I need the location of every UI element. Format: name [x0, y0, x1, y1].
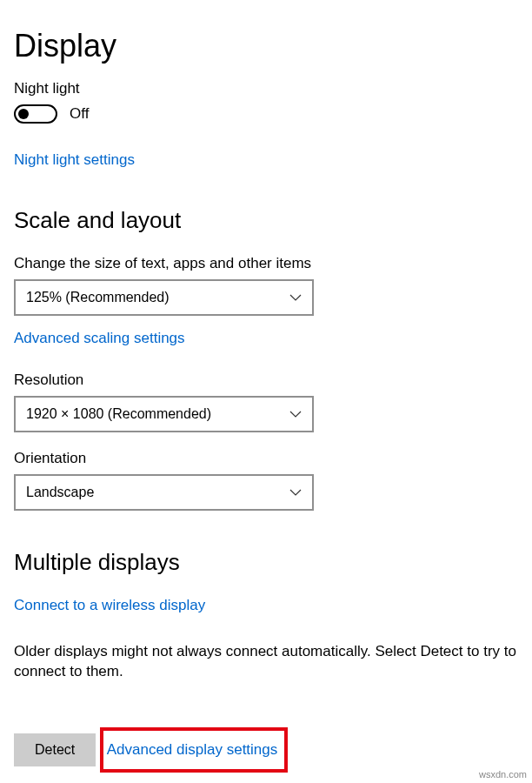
resolution-dropdown-value: 1920 × 1080 (Recommended) [26, 406, 211, 422]
toggle-knob-icon [18, 109, 29, 119]
resolution-dropdown[interactable]: 1920 × 1080 (Recommended) [14, 396, 314, 432]
watermark: wsxdn.com [479, 769, 527, 780]
highlight-box: Advanced display settings [100, 727, 289, 773]
advanced-scaling-link[interactable]: Advanced scaling settings [14, 330, 185, 347]
chevron-down-icon [289, 408, 302, 420]
size-dropdown-value: 125% (Recommended) [26, 290, 170, 305]
orientation-label: Orientation [14, 450, 518, 467]
size-label: Change the size of text, apps and other … [14, 255, 518, 272]
orientation-dropdown-value: Landscape [26, 485, 94, 500]
detect-info-text: Older displays might not always connect … [14, 642, 518, 682]
advanced-display-settings-link[interactable]: Advanced display settings [107, 741, 278, 759]
multiple-displays-title: Multiple displays [14, 549, 518, 576]
chevron-down-icon [289, 486, 302, 499]
scale-layout-title: Scale and layout [14, 207, 518, 234]
chevron-down-icon [289, 291, 302, 304]
resolution-label: Resolution [14, 371, 518, 389]
orientation-dropdown[interactable]: Landscape [14, 474, 314, 511]
night-light-toggle[interactable] [14, 104, 57, 124]
detect-button[interactable]: Detect [14, 733, 96, 766]
night-light-label: Night light [14, 80, 518, 97]
page-title: Display [14, 28, 518, 64]
size-dropdown[interactable]: 125% (Recommended) [14, 279, 314, 316]
wireless-display-link[interactable]: Connect to a wireless display [14, 597, 205, 614]
night-light-state: Off [70, 105, 89, 123]
night-light-settings-link[interactable]: Night light settings [14, 151, 135, 169]
